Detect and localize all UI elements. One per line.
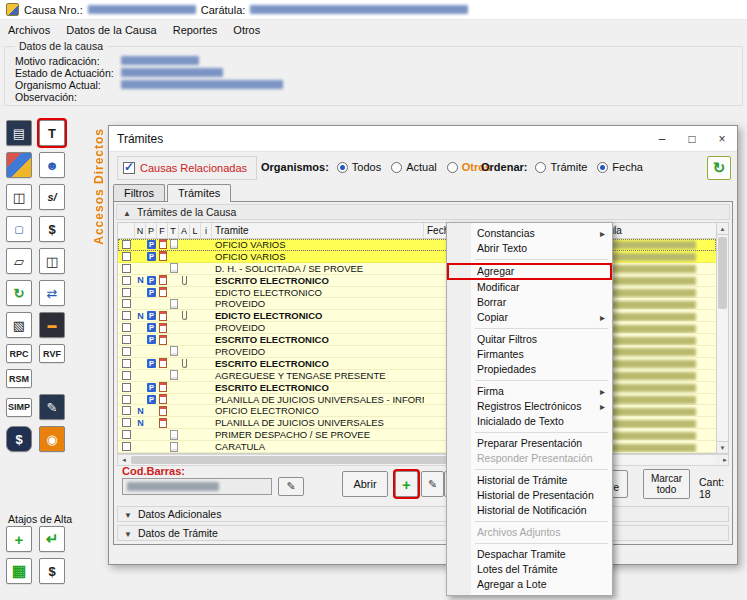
carpeta-button[interactable]: ▱ (6, 248, 32, 274)
row-checkbox[interactable] (122, 395, 131, 404)
context-menu-item-lotes-del-tramite[interactable]: Lotes del Trámite (447, 562, 612, 577)
transferir-button[interactable]: ⇄ (39, 280, 65, 306)
pantalla-button[interactable]: ▬ (39, 312, 65, 338)
tramites-button[interactable]: T (39, 120, 65, 146)
tasa-s-button[interactable]: s/ (39, 184, 65, 210)
menu-item-reportes[interactable]: Reportes (165, 21, 226, 39)
organismos-radio-actual[interactable]: Actual (391, 161, 437, 173)
context-menu-item-quitar-filtros[interactable]: Quitar Filtros (447, 332, 612, 347)
context-menu-item-firmantes[interactable]: Firmantes (447, 347, 612, 362)
close-button[interactable]: × (707, 126, 737, 152)
header-flag-p[interactable]: P (146, 223, 157, 238)
context-menu-item-despachar-tramite[interactable]: Despachar Tramite (447, 547, 612, 562)
table-row[interactable]: NPLANILLA DE JUICIOS UNIVERSALES (118, 417, 716, 429)
tab-tramites[interactable]: Trámites (167, 184, 231, 202)
table-row[interactable]: AGREGUESE Y TENGASE PRESENTE (118, 370, 716, 382)
row-checkbox[interactable] (122, 299, 131, 308)
context-menu-item-propiedades[interactable]: Propiedades (447, 362, 612, 377)
table-row[interactable]: POFICIO VARIOS (118, 251, 716, 263)
menu-item-archivos[interactable]: Archivos (0, 21, 58, 39)
pesos-circulo-button[interactable]: $ (6, 426, 32, 452)
header-flag-t[interactable]: T (168, 223, 179, 238)
agregar-tramite-button[interactable]: + (395, 471, 418, 497)
table-row[interactable]: CARATULA (118, 441, 716, 453)
row-checkbox[interactable] (122, 335, 131, 344)
row-checkbox[interactable] (122, 347, 131, 356)
planilla-button[interactable]: ◫ (39, 248, 65, 274)
table-row[interactable]: NPESCRITO ELECTRONICO (118, 275, 716, 287)
header-flag-f[interactable]: F (157, 223, 168, 238)
abrir-button[interactable]: Abrir (342, 471, 388, 497)
vertical-scroll-thumb[interactable] (718, 237, 727, 309)
context-menu-item-copiar[interactable]: Copiar (447, 310, 612, 325)
ver-button[interactable]: ◉ (39, 426, 65, 452)
datos-adicionales-header[interactable]: Datos Adicionales (117, 506, 729, 522)
vertical-scrollbar[interactable] (716, 223, 728, 453)
context-menu-item-borrar[interactable]: Borrar (447, 295, 612, 310)
expediente-button[interactable]: ▤ (6, 120, 32, 146)
row-checkbox[interactable] (122, 430, 131, 439)
scroll-up-icon[interactable] (717, 223, 728, 235)
table-row[interactable]: PESCRITO ELECTRONICO (118, 334, 716, 346)
ventana-button[interactable]: ▢ (6, 216, 32, 242)
row-checkbox[interactable] (122, 240, 131, 249)
notas-button[interactable]: ▧ (6, 312, 32, 338)
alta-registro-button[interactable]: ▦ (6, 558, 32, 584)
ordenar-radio-tramite[interactable]: Trámite (535, 161, 587, 173)
header-flag-i[interactable]: i (201, 223, 212, 238)
table-row[interactable]: D. H. - SOLICITADA / SE PROVEE (118, 263, 716, 275)
row-checkbox[interactable] (122, 371, 131, 380)
scroll-down-icon[interactable] (717, 441, 728, 453)
scroll-right-icon[interactable] (716, 455, 728, 465)
alta-planilla-button[interactable]: ↵ (39, 526, 65, 552)
table-row[interactable]: PEDICTO ELECTRONICO (118, 287, 716, 299)
table-row[interactable]: PESCRITO ELECTRONICO (118, 358, 716, 370)
causas-relacionadas-checkbox[interactable] (123, 162, 135, 174)
barcode-edit-button[interactable]: ✎ (278, 477, 304, 496)
table-row[interactable]: PROVEIDO (118, 346, 716, 358)
context-menu-item-preparar-presentacion[interactable]: Preparar Presentación (447, 436, 612, 451)
ordenar-radio-fecha[interactable]: Fecha (597, 161, 643, 173)
simp-button[interactable]: SIMP (6, 398, 32, 417)
scroll-left-icon[interactable] (118, 455, 130, 465)
actualizar-button[interactable]: ↻ (6, 280, 32, 306)
row-checkbox[interactable] (122, 288, 131, 297)
horizontal-scrollbar[interactable] (117, 454, 729, 466)
header-flag-n[interactable]: N (135, 223, 146, 238)
rsm-button[interactable]: RSM (6, 369, 32, 388)
table-row[interactable]: NOFICIO ELECTRONICO (118, 405, 716, 417)
organismos-radio-todos[interactable]: Todos (337, 161, 381, 173)
tramites-titlebar[interactable]: Trámites – □ × (109, 126, 737, 152)
row-checkbox[interactable] (122, 442, 131, 451)
context-menu-item-modificar[interactable]: Modificar (447, 280, 612, 295)
table-row[interactable]: PESCRITO ELECTRONICO (118, 382, 716, 394)
table-row[interactable]: POFICIO VARIOS (118, 239, 716, 251)
cod-barras-input[interactable] (122, 478, 272, 495)
rpc-button[interactable]: RPC (6, 344, 32, 363)
context-menu-item-firma[interactable]: Firma (447, 384, 612, 399)
row-checkbox[interactable] (122, 323, 131, 332)
row-checkbox[interactable] (122, 383, 131, 392)
header-flag-l[interactable]: L (190, 223, 201, 238)
alta-tasa-button[interactable]: $ (39, 558, 65, 584)
row-checkbox[interactable] (122, 406, 131, 415)
marcar-todo-button[interactable]: Marcar todo (643, 469, 690, 499)
context-menu-item-historial-de-notificacion[interactable]: Historial de Notificación (447, 503, 612, 518)
context-menu-item-historial-de-tramite[interactable]: Historial de Trámite (447, 473, 612, 488)
context-menu-item-agregar[interactable]: Agregar (447, 263, 612, 280)
tramites-de-la-causa-header[interactable]: Trámites de la Causa (116, 204, 730, 220)
context-menu-item-historial-de-presentacion[interactable]: Historial de Presentación (447, 488, 612, 503)
row-checkbox[interactable] (122, 418, 131, 427)
row-checkbox[interactable] (122, 311, 131, 320)
tab-filtros[interactable]: Filtros (113, 184, 165, 202)
menu-item-otros[interactable]: Otros (225, 21, 268, 39)
menu-item-datos-de-la-causa[interactable]: Datos de la Causa (58, 21, 165, 39)
partes-button[interactable]: ☻ (39, 152, 65, 178)
horizontal-scroll-thumb[interactable] (131, 456, 467, 464)
header-tramite[interactable]: Tramite (212, 223, 424, 238)
table-row[interactable]: PPLANILLA DE JUICIOS UNIVERSALES - INFOR… (118, 394, 716, 406)
minimize-button[interactable]: – (647, 126, 677, 152)
table-row[interactable]: PROVEIDO (118, 298, 716, 310)
alta-escrito-button[interactable]: + (6, 526, 32, 552)
causas-relacionadas-group[interactable]: Causas Relacionadas (117, 156, 257, 180)
